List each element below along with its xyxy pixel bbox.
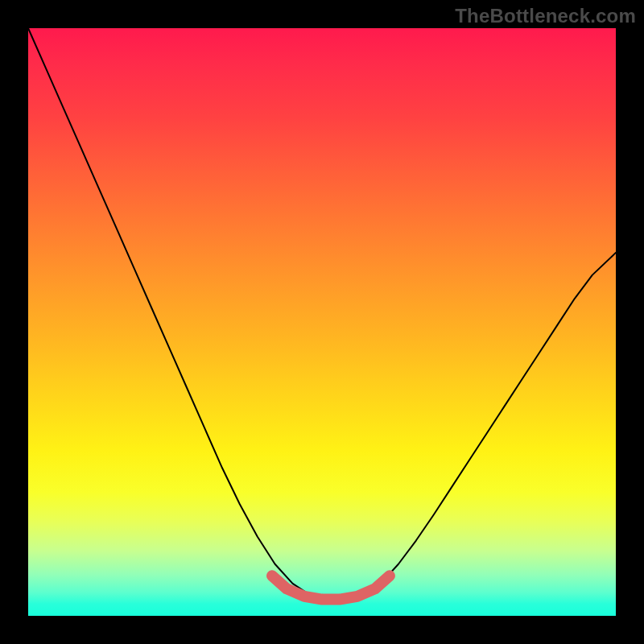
watermark-text: TheBottleneck.com (455, 5, 636, 27)
plot-area (28, 28, 616, 616)
series-black-curve (28, 28, 616, 600)
chart-svg (28, 28, 616, 616)
chart-frame: TheBottleneck.com (0, 0, 644, 644)
